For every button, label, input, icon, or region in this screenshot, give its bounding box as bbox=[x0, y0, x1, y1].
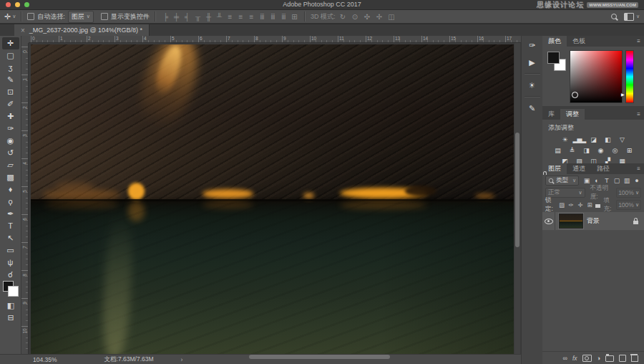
zoom-level-field[interactable]: 104.35% bbox=[33, 356, 57, 363]
layer-styles-icon[interactable]: fx bbox=[572, 355, 577, 362]
rectangle-tool[interactable]: ▭ bbox=[2, 244, 19, 257]
filter-adjustment-layers-icon[interactable]: ◐ bbox=[592, 177, 601, 184]
spot-healing-brush-tool[interactable]: ✚ bbox=[2, 110, 19, 123]
align-left-edges-icon[interactable]: ╞ bbox=[161, 12, 170, 21]
distribute-bottom-edges-icon[interactable]: ≡ bbox=[247, 12, 256, 21]
tab-paths[interactable]: 路径 bbox=[591, 163, 615, 174]
distribute-left-edges-icon[interactable]: ⅲ bbox=[258, 12, 267, 21]
current-tool-indicator[interactable]: ✛ ∨ bbox=[4, 12, 16, 21]
adj-hue-saturation-icon[interactable]: ▤ bbox=[552, 146, 564, 155]
adj-color-balance-icon[interactable]: ≜ bbox=[566, 146, 578, 155]
move-tool[interactable]: ✛ bbox=[2, 37, 19, 49]
search-icon[interactable] bbox=[611, 14, 617, 19]
new-layer-icon[interactable] bbox=[619, 355, 626, 362]
adj-curves-icon[interactable]: ◪ bbox=[587, 135, 600, 145]
path-selection-tool[interactable]: ↖ bbox=[2, 232, 19, 244]
auto-align-layers-icon[interactable]: ⊞ bbox=[290, 12, 299, 21]
dodge-tool[interactable]: ϙ bbox=[2, 196, 19, 208]
panel-menu-icon[interactable]: ≡ bbox=[637, 166, 640, 172]
new-adjustment-layer-icon[interactable]: ◑ bbox=[597, 355, 600, 362]
type-tool[interactable]: T bbox=[2, 220, 19, 232]
blur-tool[interactable]: ♦ bbox=[2, 183, 19, 196]
lasso-tool[interactable]: ʒ bbox=[2, 62, 19, 74]
adj-black-white-icon[interactable]: ◨ bbox=[580, 146, 592, 155]
filter-toggle-icon[interactable]: ● bbox=[633, 177, 641, 184]
adj-brightness-contrast-icon[interactable]: ☀ bbox=[559, 135, 571, 145]
fill-field[interactable]: 100% ∨ bbox=[616, 200, 641, 210]
distribute-right-edges-icon[interactable]: ⅲ bbox=[279, 12, 288, 21]
brush-settings-panel-icon[interactable]: ✑ bbox=[525, 39, 540, 52]
foreground-color-swatch[interactable] bbox=[547, 52, 560, 64]
background-color-swatch[interactable] bbox=[8, 286, 19, 297]
tab-channels[interactable]: 通道 bbox=[567, 163, 591, 174]
adj-color-lookup-icon[interactable]: ⊞ bbox=[623, 146, 635, 155]
vertical-scrollbar[interactable] bbox=[514, 43, 520, 354]
workspace-switcher[interactable]: ∨ bbox=[624, 13, 640, 21]
rectangular-marquee-tool[interactable]: ▢ bbox=[2, 49, 19, 62]
distribute-vertical-centers-icon[interactable]: ≡ bbox=[236, 12, 245, 21]
filter-shape-layers-icon[interactable]: ▢ bbox=[613, 177, 621, 184]
vertical-scrollbar-thumb[interactable] bbox=[515, 133, 519, 247]
lock-pixels-icon[interactable]: ✑ bbox=[567, 201, 575, 209]
filter-sun-panel-icon[interactable]: ☀ bbox=[525, 79, 540, 92]
distribute-horizontal-centers-icon[interactable]: ⅲ bbox=[268, 12, 278, 21]
3d-drag-icon[interactable]: ✣ bbox=[363, 12, 372, 21]
tab-color[interactable]: 颜色 bbox=[542, 36, 567, 47]
auto-select-dropdown[interactable]: 图层 ∨ bbox=[68, 11, 94, 23]
pen-tool[interactable]: ✒ bbox=[2, 208, 19, 220]
align-vertical-centers-icon[interactable]: ╫ bbox=[204, 12, 213, 21]
show-transform-checkbox[interactable] bbox=[101, 13, 108, 20]
filter-smart-objects-icon[interactable]: ▥ bbox=[623, 177, 631, 184]
lock-artboard-icon[interactable]: ⊞ bbox=[586, 201, 594, 209]
close-tab-icon[interactable]: × bbox=[21, 27, 25, 34]
3d-rotate-icon[interactable]: ↻ bbox=[338, 12, 348, 21]
eraser-tool[interactable]: ▱ bbox=[2, 159, 19, 171]
actions-panel-icon[interactable]: ▶ bbox=[525, 56, 540, 69]
quick-selection-tool[interactable]: ✎ bbox=[2, 74, 19, 86]
adj-vibrance-icon[interactable]: ▽ bbox=[616, 135, 628, 145]
hue-slider-marker[interactable]: ▶ bbox=[621, 92, 625, 97]
adj-levels-icon[interactable]: ▂▅▂ bbox=[573, 135, 585, 145]
layer-filter-dropdown[interactable]: 类型 ∨ bbox=[545, 176, 579, 186]
eyedropper-tool[interactable]: ✐ bbox=[2, 98, 19, 110]
canvas-image[interactable] bbox=[31, 44, 514, 354]
brush-tool[interactable]: ✑ bbox=[2, 123, 19, 135]
saturation-brightness-field[interactable] bbox=[570, 50, 623, 103]
lock-all-icon[interactable] bbox=[595, 204, 600, 208]
adj-exposure-icon[interactable]: ◧ bbox=[602, 135, 614, 145]
status-menu-chevron-icon[interactable]: › bbox=[181, 356, 183, 363]
opacity-field[interactable]: 100% ∨ bbox=[616, 188, 641, 198]
align-top-edges-icon[interactable]: ╥ bbox=[193, 12, 203, 21]
crop-tool[interactable]: ⊡ bbox=[2, 86, 19, 98]
layer-thumbnail[interactable] bbox=[559, 214, 583, 229]
hue-slider[interactable]: ▶ bbox=[625, 50, 634, 103]
gradient-tool[interactable]: ▩ bbox=[2, 171, 19, 183]
new-group-icon[interactable] bbox=[605, 355, 614, 362]
color-cursor[interactable] bbox=[572, 92, 578, 98]
panel-menu-icon[interactable]: ≡ bbox=[637, 111, 640, 118]
canvas-area[interactable] bbox=[29, 43, 521, 354]
tab-adjustments[interactable]: 调整 bbox=[560, 109, 585, 120]
distribute-top-edges-icon[interactable]: ≡ bbox=[225, 12, 235, 21]
tab-swatches[interactable]: 色板 bbox=[567, 36, 591, 47]
layer-visibility-cell[interactable] bbox=[542, 212, 555, 230]
lock-position-icon[interactable]: ✛ bbox=[577, 201, 585, 209]
link-layers-icon[interactable]: ∞ bbox=[563, 355, 567, 362]
align-bottom-edges-icon[interactable]: ╨ bbox=[215, 12, 224, 21]
adj-photo-filter-icon[interactable]: ◉ bbox=[595, 146, 607, 155]
lock-transparency-icon[interactable]: ▨ bbox=[558, 201, 566, 209]
clone-source-panel-icon[interactable]: ✎ bbox=[525, 102, 540, 115]
panel-menu-icon[interactable]: ≡ bbox=[637, 38, 640, 44]
3d-roll-icon[interactable]: ⊙ bbox=[351, 12, 360, 21]
filter-pixel-layers-icon[interactable]: ▣ bbox=[582, 177, 591, 184]
delete-layer-icon[interactable] bbox=[631, 355, 638, 362]
layer-row-background[interactable]: 背景 bbox=[542, 212, 644, 230]
align-right-edges-icon[interactable]: ╡ bbox=[182, 12, 192, 21]
add-mask-icon[interactable] bbox=[582, 355, 592, 362]
filter-type-layers-icon[interactable]: T bbox=[602, 177, 611, 184]
auto-select-checkbox[interactable] bbox=[27, 13, 34, 20]
quick-mask-icon[interactable]: ◧ bbox=[2, 300, 19, 312]
clone-stamp-tool[interactable]: ◉ bbox=[2, 135, 19, 147]
hand-tool[interactable]: ψ bbox=[2, 257, 19, 269]
3d-scale-icon[interactable]: ◫ bbox=[387, 12, 396, 21]
